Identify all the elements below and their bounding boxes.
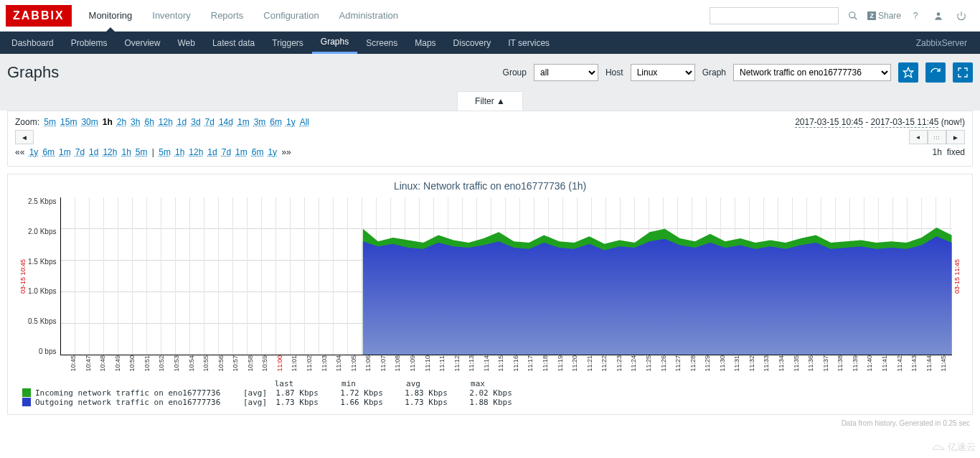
zoom-1m[interactable]: 1m [237,117,250,127]
nav-monitoring[interactable]: Monitoring [79,0,143,31]
time-prev-button[interactable]: ◄ [15,130,34,144]
zoom-1h[interactable]: 1h [103,117,113,127]
share-button[interactable]: Z Share [867,11,901,21]
time-slider-handle-mid[interactable]: ::: [928,130,946,144]
host-label: Host [606,67,623,78]
power-icon[interactable] [953,7,970,24]
x-start-label: 03-15 10:45 [18,197,28,355]
subnav-it-services[interactable]: IT services [499,32,558,54]
zoom-links: Zoom: 5m15m30m1h2h3h6h12h1d3d7d14d1m3m6m… [15,117,311,127]
subnav-screens[interactable]: Screens [357,32,406,54]
shift-right-7d[interactable]: 7d [222,147,231,157]
shift-links: «« 1y6m1m7d1d12h1h5m | 5m1h12h1d7d1m6m1y… [15,147,291,157]
filter-toggle[interactable]: Filter ▲ [457,91,523,111]
zoom-All[interactable]: All [300,117,309,127]
favorite-button[interactable] [898,62,918,83]
x-end-label: 03-15 11:45 [952,197,962,355]
global-search-input[interactable] [710,7,839,24]
shift-left-12h[interactable]: 12h [103,147,117,157]
graph-label: Graph [702,67,726,78]
shift-left-1y[interactable]: 1y [29,147,39,157]
search-icon[interactable] [844,7,862,24]
zoom-3h[interactable]: 3h [131,117,140,127]
zoom-30m[interactable]: 30m [81,117,98,127]
shift-right-6m[interactable]: 6m [252,147,264,157]
svg-point-0 [849,11,855,17]
legend-swatch [22,398,31,406]
chart-area: 03-15 10:45 2.5 Kbps2.0 Kbps1.5 Kbps1.0 … [18,197,962,355]
subnav-latest-data[interactable]: Latest data [204,32,263,54]
group-select[interactable]: all [534,64,598,81]
zoom-6m[interactable]: 6m [270,117,282,127]
nav-inventory[interactable]: Inventory [142,0,200,31]
zoom-5m[interactable]: 5m [44,117,56,127]
zoom-1d[interactable]: 1d [177,117,187,127]
top-right: Z Share ? [710,7,980,24]
legend-row: Incoming network traffic on eno16777736 … [22,388,958,398]
primary-nav: MonitoringInventoryReportsConfigurationA… [79,0,710,31]
chart-plot[interactable] [60,197,952,355]
shift-right-5m[interactable]: 5m [159,147,171,157]
zoom-3d[interactable]: 3d [191,117,200,127]
shift-right-1d[interactable]: 1d [207,147,217,157]
chart-title: Linux: Network traffic on eno16777736 (1… [18,177,962,197]
shift-left-5m[interactable]: 5m [136,147,148,157]
logo: ZABBIX [6,5,72,27]
svg-line-1 [854,17,857,19]
time-next-button[interactable]: ► [946,130,965,144]
y-axis: 2.5 Kbps2.0 Kbps1.5 Kbps1.0 Kbps0.5 Kbps… [28,197,60,355]
zoom-1y[interactable]: 1y [286,117,296,127]
shift-left-1d[interactable]: 1d [89,147,98,157]
nav-administration[interactable]: Administration [329,0,408,31]
graph-select[interactable]: Network traffic on eno16777736 [733,64,891,81]
host-select[interactable]: Linux [631,64,695,81]
page-title: Graphs [7,63,496,82]
svg-point-2 [937,12,941,16]
shift-left-6m[interactable]: 6m [42,147,55,157]
zoom-6h[interactable]: 6h [144,117,154,127]
zoom-14d[interactable]: 14d [219,117,233,127]
svg-marker-3 [903,67,913,77]
time-range: 2017-03-15 10:45 - 2017-03-15 11:45 (now… [311,117,965,127]
subnav-triggers[interactable]: Triggers [263,32,312,54]
subnav-problems[interactable]: Problems [62,32,116,54]
shift-right-1h[interactable]: 1h [175,147,184,157]
subnav-graphs[interactable]: Graphs [312,32,357,54]
zoom-15m[interactable]: 15m [60,117,77,127]
subnav-dashboard[interactable]: Dashboard [3,32,62,54]
page-header: Graphs Group all Host Linux Graph Networ… [0,54,980,91]
time-nav: Zoom: 5m15m30m1h2h3h6h12h1d3d7d14d1m3m6m… [7,111,973,167]
top-bar: ZABBIX MonitoringInventoryReportsConfigu… [0,0,980,32]
filter-tab-row: Filter ▲ [0,91,980,111]
x-axis: 10:4510:4710:4810:4910:5010:5110:5210:53… [70,355,955,372]
legend-swatch [22,388,31,397]
nav-reports[interactable]: Reports [201,0,254,31]
refresh-button[interactable] [925,62,946,83]
subnav-overview[interactable]: Overview [116,32,169,54]
subnav-discovery[interactable]: Discovery [445,32,500,54]
subnav-web[interactable]: Web [169,32,203,54]
shift-left-7d[interactable]: 7d [75,147,85,157]
shift-right-1m[interactable]: 1m [235,147,248,157]
shift-left-1h[interactable]: 1h [121,147,131,157]
group-label: Group [503,67,527,78]
subnav-maps[interactable]: Maps [406,32,444,54]
fullscreen-button[interactable] [953,62,973,83]
user-icon[interactable] [930,7,947,24]
shift-right-1y[interactable]: 1y [268,147,277,157]
zoom-3m[interactable]: 3m [254,117,266,127]
graph-panel: Linux: Network traffic on eno16777736 (1… [7,174,973,415]
zoom-7d[interactable]: 7d [205,117,215,127]
time-slider-handle-left[interactable]: ◄ [909,130,928,144]
chart-legend: last min avg max Incoming network traffi… [18,372,962,408]
zabbix-z-icon: Z [867,11,876,20]
shift-right-12h[interactable]: 12h [189,147,203,157]
zoom-2h[interactable]: 2h [117,117,126,127]
nav-configuration[interactable]: Configuration [253,0,329,31]
zoom-12h[interactable]: 12h [159,117,173,127]
legend-row: Outgoing network traffic on eno16777736 … [22,398,958,407]
secondary-nav: DashboardProblemsOverviewWebLatest dataT… [0,32,980,54]
help-icon[interactable]: ? [907,7,924,24]
footer-note: Data from history. Generated in 0.25 sec [0,415,980,431]
shift-left-1m[interactable]: 1m [59,147,71,157]
